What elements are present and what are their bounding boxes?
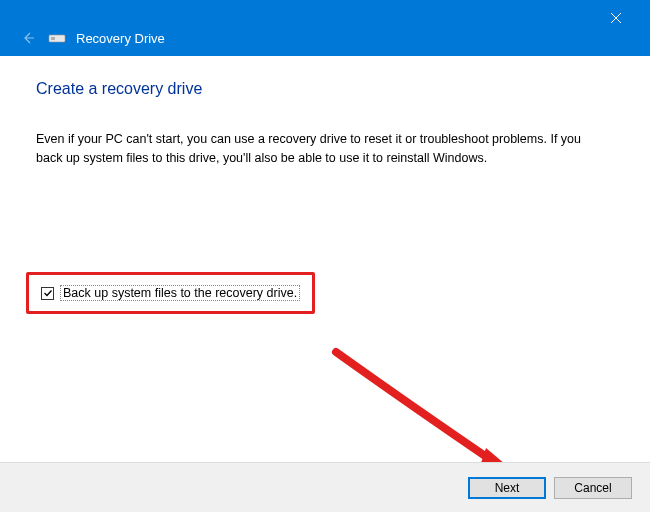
close-button[interactable]: [596, 6, 636, 30]
close-icon: [610, 12, 622, 24]
next-button[interactable]: Next: [468, 477, 546, 499]
backup-checkbox-row[interactable]: Back up system files to the recovery dri…: [41, 285, 300, 301]
backup-checkbox-label: Back up system files to the recovery dri…: [60, 285, 300, 301]
back-button: [18, 28, 38, 48]
cancel-button[interactable]: Cancel: [554, 477, 632, 499]
svg-rect-3: [51, 37, 55, 40]
checkmark-icon: [43, 288, 53, 298]
content-area: Create a recovery drive Even if your PC …: [0, 56, 650, 168]
backup-checkbox[interactable]: [41, 287, 54, 300]
titlebar: Recovery Drive: [0, 0, 650, 56]
recovery-drive-icon: [48, 31, 66, 45]
highlight-annotation: Back up system files to the recovery dri…: [26, 272, 315, 314]
page-description: Even if your PC can't start, you can use…: [36, 130, 596, 168]
page-heading: Create a recovery drive: [36, 80, 614, 98]
footer: Next Cancel: [0, 462, 650, 512]
window-title: Recovery Drive: [76, 31, 165, 46]
back-arrow-icon: [21, 31, 35, 45]
